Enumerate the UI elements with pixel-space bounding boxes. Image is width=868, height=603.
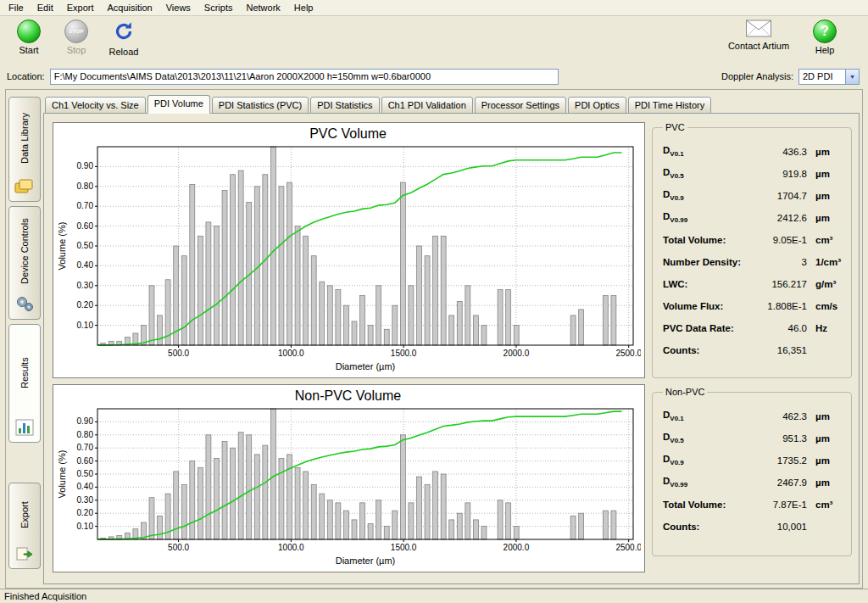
sidebar-item-device-controls[interactable]: Device Controls bbox=[8, 206, 41, 320]
svg-text:Volume (%): Volume (%) bbox=[57, 450, 67, 499]
tab-pdi-volume[interactable]: PDI Volume bbox=[147, 95, 210, 114]
stop-button[interactable]: STOP Stop bbox=[54, 20, 98, 55]
svg-text:0.20: 0.20 bbox=[77, 300, 94, 310]
reload-button[interactable]: Reload bbox=[102, 20, 146, 57]
nonpvc-chart-plot: 0.100.200.300.400.500.600.700.800.90500.… bbox=[55, 404, 641, 567]
menu-item-scripts[interactable]: Scripts bbox=[198, 1, 240, 14]
stat-row: DV0.5919.8µm bbox=[663, 163, 844, 185]
menu-item-acquisition[interactable]: Acquisition bbox=[101, 1, 159, 14]
svg-text:0.50: 0.50 bbox=[77, 469, 94, 478]
help-icon: ? bbox=[813, 20, 837, 43]
svg-text:0.10: 0.10 bbox=[77, 522, 94, 531]
sidebar-item-results[interactable]: Results bbox=[8, 324, 41, 443]
pvc-stats-body: DV0.1436.3µmDV0.5919.8µmDV0.91704.7µmDV0… bbox=[663, 136, 844, 361]
stat-label: DV0.9 bbox=[663, 189, 754, 202]
svg-text:Diameter (µm): Diameter (µm) bbox=[336, 556, 396, 566]
doppler-analysis-value: 2D PDI bbox=[799, 71, 845, 81]
tab-ch1-velocity-vs-size[interactable]: Ch1 Velocity vs. Size bbox=[45, 97, 146, 114]
stat-row: Number Density:31/cm³ bbox=[663, 251, 844, 273]
stat-row: DV0.1462.3µm bbox=[663, 405, 844, 427]
svg-text:0.70: 0.70 bbox=[77, 201, 94, 210]
svg-text:2500.0: 2500.0 bbox=[615, 349, 641, 358]
start-icon bbox=[17, 20, 41, 43]
stat-label: DV0.5 bbox=[663, 432, 754, 444]
stat-row: DV0.992467.9µm bbox=[663, 472, 844, 494]
stop-icon: STOP bbox=[64, 20, 88, 43]
pvc-stats-legend: PVC bbox=[663, 122, 687, 132]
start-button[interactable]: Start bbox=[7, 20, 51, 55]
export-icon bbox=[15, 545, 34, 564]
stat-row: DV0.992412.6µm bbox=[663, 207, 844, 229]
doppler-analysis-label: Doppler Analysis: bbox=[721, 71, 793, 81]
svg-text:0.60: 0.60 bbox=[77, 456, 94, 466]
menu-item-edit[interactable]: Edit bbox=[31, 1, 60, 14]
main-area: Data LibraryDevice ControlsResultsExport… bbox=[5, 89, 863, 589]
help-button[interactable]: ? Help bbox=[793, 20, 856, 55]
svg-text:2000.0: 2000.0 bbox=[504, 543, 530, 552]
stat-unit: µm bbox=[807, 433, 844, 444]
tab-pdi-optics[interactable]: PDI Optics bbox=[568, 97, 626, 114]
svg-text:0.20: 0.20 bbox=[77, 508, 94, 517]
stat-label: Counts: bbox=[663, 522, 754, 532]
menu-item-file[interactable]: File bbox=[2, 1, 31, 14]
location-row: Location: Doppler Analysis: 2D PDI ▼ bbox=[0, 65, 868, 87]
stat-row: Volume Flux:1.808E-1cm/s bbox=[663, 295, 844, 317]
contact-artium-button[interactable]: Contact Artium bbox=[727, 20, 790, 51]
menu-item-export[interactable]: Export bbox=[60, 1, 101, 14]
pvc-stats-panel: PVC DV0.1436.3µmDV0.5919.8µmDV0.91704.7µ… bbox=[652, 122, 852, 378]
charts-column: PVC Volume 0.100.200.300.400.500.600.700… bbox=[53, 122, 645, 577]
menu-item-help[interactable]: Help bbox=[287, 1, 320, 14]
help-label: Help bbox=[815, 45, 835, 55]
help-icon-text: ? bbox=[821, 24, 829, 39]
menu-item-network[interactable]: Network bbox=[239, 1, 287, 14]
tab-processor-settings[interactable]: Processor Settings bbox=[475, 97, 566, 114]
tab-pdi-time-history[interactable]: PDI Time History bbox=[628, 97, 712, 114]
stat-label: LWC: bbox=[663, 279, 754, 289]
stat-value: 2412.6 bbox=[754, 213, 807, 223]
doppler-analysis-select[interactable]: 2D PDI ▼ bbox=[798, 69, 860, 85]
sidebar-item-data-library[interactable]: Data Library bbox=[8, 97, 41, 202]
pdi-volume-panel: PVC Volume 0.100.200.300.400.500.600.700… bbox=[43, 113, 860, 584]
stat-value: 3 bbox=[754, 257, 807, 267]
tab-pdi-statistics-pvc-[interactable]: PDI Statistics (PVC) bbox=[212, 97, 309, 114]
stat-label: DV0.1 bbox=[663, 145, 754, 158]
stat-value: 436.3 bbox=[754, 147, 807, 157]
svg-text:500.0: 500.0 bbox=[168, 543, 189, 552]
stat-label: DV0.99 bbox=[663, 476, 754, 489]
svg-text:0.80: 0.80 bbox=[77, 181, 94, 191]
stat-row: DV0.1436.3µm bbox=[663, 141, 844, 163]
chevron-down-icon[interactable]: ▼ bbox=[845, 70, 859, 84]
svg-text:0.70: 0.70 bbox=[77, 443, 94, 452]
svg-text:2000.0: 2000.0 bbox=[504, 349, 530, 358]
gears-icon bbox=[14, 294, 35, 315]
stat-value: 156.217 bbox=[754, 279, 807, 289]
svg-text:Diameter (µm): Diameter (µm) bbox=[336, 361, 396, 371]
stat-row: DV0.91704.7µm bbox=[663, 185, 844, 207]
stat-value: 1.808E-1 bbox=[754, 301, 807, 311]
menu-item-views[interactable]: Views bbox=[159, 1, 198, 14]
svg-text:0.40: 0.40 bbox=[77, 260, 94, 270]
stat-label: DV0.1 bbox=[663, 410, 754, 422]
svg-text:0.30: 0.30 bbox=[77, 281, 94, 290]
content-area: Ch1 Velocity vs. SizePDI VolumePDI Stati… bbox=[43, 93, 860, 584]
stats-column: PVC DV0.1436.3µmDV0.5919.8µmDV0.91704.7µ… bbox=[652, 122, 852, 577]
stat-label: Volume Flux: bbox=[663, 301, 754, 311]
stat-unit: µm bbox=[807, 411, 844, 422]
svg-text:0.80: 0.80 bbox=[77, 430, 94, 439]
sidebar-item-export[interactable]: Export bbox=[8, 483, 41, 569]
stat-unit: µm bbox=[807, 455, 844, 466]
svg-text:0.50: 0.50 bbox=[77, 241, 94, 250]
stat-unit: Hz bbox=[807, 323, 844, 333]
tab-ch1-pdi-validation[interactable]: Ch1 PDI Validation bbox=[381, 97, 473, 114]
stat-label: DV0.5 bbox=[663, 167, 754, 180]
location-input[interactable] bbox=[50, 69, 559, 85]
pvc-chart-title: PVC Volume bbox=[55, 125, 641, 142]
stat-row: Total Volume:9.05E-1cm³ bbox=[663, 229, 844, 251]
stat-value: 919.8 bbox=[754, 169, 807, 179]
stat-label: DV0.9 bbox=[663, 454, 754, 466]
nonpvc-stats-legend: Non-PVC bbox=[663, 387, 707, 397]
stat-row: Counts:16,351 bbox=[663, 339, 844, 361]
sidebar-item-label: Results bbox=[19, 330, 30, 416]
stat-value: 10,001 bbox=[754, 522, 807, 532]
tab-pdi-statistics[interactable]: PDI Statistics bbox=[310, 97, 379, 114]
